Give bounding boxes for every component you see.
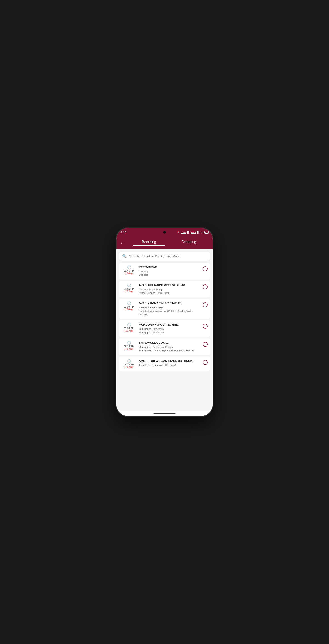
search-container: 🔍	[119, 252, 210, 260]
stop-item-2: 🕐 08:55 PM (10-Aug) AVADI RELIANCE PETRO…	[119, 281, 210, 298]
stop-radio-5[interactable]	[203, 342, 208, 347]
nav-tabs: Boarding Dropping	[129, 240, 209, 246]
stop-landmark1-6: Ambattur OT Bus stand (BP bunk)	[139, 364, 201, 367]
5g-label: 5G	[201, 232, 203, 234]
home-indicator	[116, 410, 213, 416]
clock-icon-1: 🕐	[127, 266, 131, 269]
clock-icon-2: 🕐	[127, 284, 131, 287]
stop-time-4: 09:05 PM	[124, 327, 134, 330]
stops-list: 🕐 08:45 PM (10-Aug) PATTABIRAM Bus stop …	[116, 260, 213, 410]
stop-radio-3[interactable]	[203, 302, 208, 307]
stop-item-5: 🕐 09:15 PM (10-Aug) THIRUMULLAIVOYAL Mur…	[119, 338, 210, 355]
stop-landmark2-5: Thirumullaivoyal (Murugappa Polytechnic …	[139, 349, 201, 352]
stop-landmark2-2: Avadi Reliance Petrol Pump	[139, 291, 201, 295]
stop-name-5: THIRUMULLAIVOYAL	[139, 341, 201, 345]
stop-info-3: AVADI ( KAMARAJAR STATUE ) Near kamaraja…	[139, 302, 201, 316]
vonr-label-1: VoNR	[181, 231, 186, 234]
tab-boarding[interactable]: Boarding	[129, 240, 169, 246]
stop-radio-2[interactable]	[203, 284, 208, 289]
stop-landmark1-2: Reliance Petrol Pump	[139, 288, 201, 291]
stop-name-2: AVADI RELIANCE PETROL PUMP	[139, 284, 201, 287]
stop-time-col-6: 🕐 09:20 PM (10-Aug)	[121, 359, 137, 368]
stop-time-5: 09:15 PM	[124, 345, 134, 348]
stop-date-3: (10-Aug)	[125, 308, 133, 310]
stop-time-6: 09:20 PM	[124, 363, 134, 366]
stop-date-2: (10-Aug)	[125, 290, 133, 293]
stop-time-col-3: 🕐 09:00 PM (10-Aug)	[121, 302, 137, 310]
search-icon: 🔍	[122, 254, 127, 258]
alarm-icon: ⏰	[177, 231, 180, 234]
stop-landmark1-4: Murugappa Polytechnic	[139, 327, 201, 331]
stop-landmark1-3: Near kamarajar statue	[139, 306, 201, 309]
stop-date-5: (10-Aug)	[125, 348, 133, 350]
stop-info-1: PATTABIRAM Bus stop Bus stop	[139, 266, 201, 277]
stop-item-6: 🕐 09:20 PM (10-Aug) AMBATTUR OT BUS STAN…	[119, 356, 210, 371]
stop-info-5: THIRUMULLAIVOYAL Murugappa Polytechnic C…	[139, 341, 201, 352]
stop-landmark1-5: Murugappa Polytechnic College	[139, 346, 201, 349]
status-bar: 8:11 ⏰ VoNR ▌▌ VoNR ▌▌ 5G 100	[116, 228, 213, 236]
stop-landmark2-3: Suresh driving school no 611,CTH Road, ,…	[139, 310, 201, 316]
stop-name-3: AVADI ( KAMARAJAR STATUE )	[139, 302, 201, 305]
camera-notch	[163, 231, 166, 234]
phone-frame: 8:11 ⏰ VoNR ▌▌ VoNR ▌▌ 5G 100 ← Boarding…	[116, 228, 213, 416]
stop-info-6: AMBATTUR OT BUS STAND (BP BUNK) Ambattur…	[139, 359, 201, 367]
stop-landmark2-1: Bus stop	[139, 273, 201, 276]
status-time: 8:11	[120, 230, 127, 234]
header-nav: ← Boarding Dropping	[116, 236, 213, 249]
clock-icon-4: 🕐	[127, 323, 131, 326]
stop-item-3: 🕐 09:00 PM (10-Aug) AVADI ( KAMARAJAR ST…	[119, 299, 210, 319]
stop-time-col-4: 🕐 09:05 PM (10-Aug)	[121, 323, 137, 332]
stop-landmark2-4: Murugappa Polytechnic	[139, 331, 201, 334]
stop-landmark1-1: Bus stop	[139, 270, 201, 273]
stop-info-4: MURUGAPPA POLYTECHNIC Murugappa Polytech…	[139, 323, 201, 334]
stop-radio-4[interactable]	[203, 324, 208, 329]
clock-icon-6: 🕐	[127, 359, 131, 363]
vonr-label-2: VoNR	[191, 231, 196, 234]
stop-time-3: 09:00 PM	[124, 306, 134, 308]
tab-dropping[interactable]: Dropping	[169, 240, 209, 246]
signal-2: ▌▌	[197, 231, 200, 234]
stop-item-4: 🕐 09:05 PM (10-Aug) MURUGAPPA POLYTECHNI…	[119, 320, 210, 337]
stop-time-1: 08:45 PM	[124, 270, 134, 272]
stop-name-4: MURUGAPPA POLYTECHNIC	[139, 323, 201, 327]
stop-name-6: AMBATTUR OT BUS STAND (BP BUNK)	[139, 359, 201, 363]
search-input[interactable]	[129, 254, 207, 258]
stop-date-4: (10-Aug)	[125, 330, 133, 332]
clock-icon-3: 🕐	[127, 302, 131, 305]
stop-time-col-2: 🕐 08:55 PM (10-Aug)	[121, 284, 137, 293]
stop-name-1: PATTABIRAM	[139, 266, 201, 269]
stop-time-2: 08:55 PM	[124, 288, 134, 290]
stop-date-1: (10-Aug)	[125, 272, 133, 274]
home-bar	[153, 413, 176, 414]
stop-time-col-5: 🕐 09:15 PM (10-Aug)	[121, 341, 137, 350]
battery-indicator: 100	[204, 231, 209, 234]
stop-info-2: AVADI RELIANCE PETROL PUMP Reliance Petr…	[139, 284, 201, 295]
stop-item-1: 🕐 08:45 PM (10-Aug) PATTABIRAM Bus stop …	[119, 263, 210, 280]
phone-screen: 8:11 ⏰ VoNR ▌▌ VoNR ▌▌ 5G 100 ← Boarding…	[116, 228, 213, 416]
status-icons: ⏰ VoNR ▌▌ VoNR ▌▌ 5G 100	[177, 231, 209, 234]
stop-time-col-1: 🕐 08:45 PM (10-Aug)	[121, 266, 137, 274]
signal-1: ▌▌	[187, 231, 190, 234]
back-button[interactable]: ←	[120, 240, 124, 246]
stop-radio-6[interactable]	[203, 360, 208, 365]
clock-icon-5: 🕐	[127, 341, 131, 344]
stop-radio-1[interactable]	[203, 266, 208, 271]
stop-date-6: (10-Aug)	[125, 366, 133, 368]
